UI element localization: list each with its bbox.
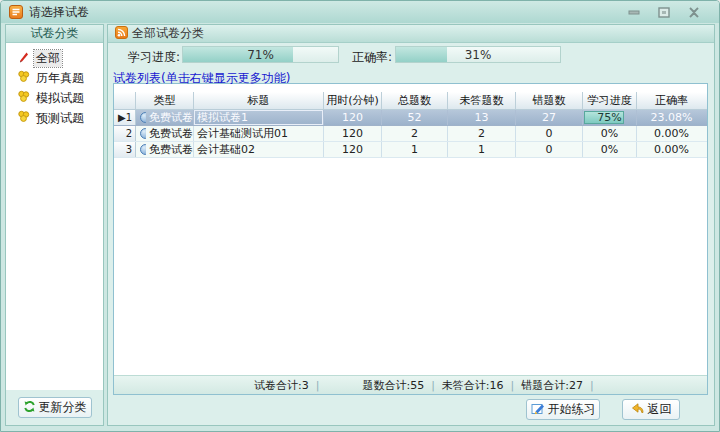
unanswered-cell: 13	[448, 110, 516, 125]
main-body: 学习进度: 71% 正确率: 31% 试卷列表(单击右键显示更多功能)	[108, 43, 714, 425]
paper-ball-icon	[140, 128, 146, 139]
sidebar-footer: 更新分类	[6, 390, 103, 425]
column-header-title[interactable]: 标题	[194, 92, 324, 109]
total-unanswered-summary: 未答合计:16	[442, 378, 504, 393]
main-panel: 全部试卷分类 学习进度: 71% 正确率: 31% 试卷列表(单击右键显示更多功…	[107, 24, 715, 426]
sidebar-header: 试卷分类	[6, 25, 103, 43]
total-questions-summary: 题数合计:55	[362, 378, 424, 393]
window-controls	[627, 6, 701, 18]
summary-divider: |	[511, 379, 515, 392]
wrong-count-cell: 0	[516, 126, 583, 141]
paper-ball-icon	[140, 112, 146, 123]
progress-cell: 75%	[583, 110, 637, 125]
back-button[interactable]: 返回	[622, 399, 680, 420]
sidebar-item-past-papers[interactable]: 历年真题	[6, 68, 103, 88]
table-row[interactable]: 2 免费试卷 会计基础测试用01 120 2 2 0 0% 0.00%	[114, 126, 707, 142]
study-progress-value: 71%	[183, 48, 338, 62]
maximize-icon[interactable]	[657, 6, 671, 18]
main-header-title: 全部试卷分类	[132, 25, 204, 42]
wrong-count-cell: 27	[516, 110, 583, 125]
column-header-unanswered[interactable]: 未答题数	[448, 92, 516, 109]
sidebar-item-all[interactable]: 全部	[6, 48, 103, 68]
accuracy-bar: 31%	[395, 46, 561, 63]
summary-divider: |	[431, 379, 435, 392]
progress-cell: 0%	[583, 142, 637, 157]
select-paper-dialog: 请选择试卷 试卷分类 全部	[0, 0, 720, 432]
paper-list-title: 试卷列表(单击右键显示更多功能)	[113, 70, 290, 87]
paper-ball-icon	[140, 144, 146, 155]
sidebar-item-label: 全部	[34, 50, 62, 67]
total-questions-cell: 1	[382, 142, 448, 157]
category-clover-icon	[17, 90, 30, 106]
wrong-count-cell: 0	[516, 142, 583, 157]
unanswered-cell: 2	[448, 126, 516, 141]
column-header-duration[interactable]: 用时(分钟)	[324, 92, 382, 109]
paper-table: 类型 标题 用时(分钟) 总题数 未答题数 错题数 学习进度 正确率 ▶1	[114, 92, 707, 158]
rss-icon	[115, 26, 128, 42]
sidebar-item-label: 模拟试题	[34, 90, 86, 107]
duration-cell: 120	[324, 142, 382, 157]
column-header-wrong[interactable]: 错题数	[516, 92, 583, 109]
paper-type-cell: 免费试卷	[136, 142, 194, 157]
study-progress-bar: 71%	[182, 46, 339, 63]
duration-cell: 120	[324, 110, 382, 125]
start-practice-button[interactable]: 开始练习	[526, 399, 600, 420]
total-wrong-summary: 错题合计:27	[521, 378, 583, 393]
column-header-total[interactable]: 总题数	[382, 92, 448, 109]
update-category-label: 更新分类	[39, 399, 87, 416]
row-selector[interactable]: 2	[114, 126, 136, 141]
paper-title-cell: 会计基础测试用01	[194, 126, 324, 141]
study-progress-label: 学习进度:	[128, 49, 180, 66]
category-clover-icon	[17, 70, 30, 86]
summary-divider: |	[316, 379, 320, 392]
app-icon	[9, 5, 23, 19]
titlebar[interactable]: 请选择试卷	[1, 1, 719, 23]
row-selector[interactable]: ▶1	[114, 110, 136, 125]
dialog-content: 试卷分类 全部 历年真题	[5, 24, 715, 426]
total-questions-cell: 52	[382, 110, 448, 125]
summary-divider: |	[590, 379, 594, 392]
back-label: 返回	[648, 401, 672, 418]
close-icon[interactable]	[687, 6, 701, 18]
red-pen-icon	[17, 50, 30, 66]
paper-list-groupbox: 类型 标题 用时(分钟) 总题数 未答题数 错题数 学习进度 正确率 ▶1	[113, 83, 708, 395]
minimize-icon[interactable]	[627, 6, 641, 18]
unanswered-cell: 1	[448, 142, 516, 157]
category-clover-icon	[17, 110, 30, 126]
accuracy-cell: 0.00%	[637, 142, 706, 157]
main-header: 全部试卷分类	[108, 25, 714, 43]
total-papers-summary: 试卷合计:3	[254, 378, 309, 393]
update-category-button[interactable]: 更新分类	[18, 397, 92, 418]
accuracy-label: 正确率:	[352, 49, 392, 66]
column-header-type[interactable]: 类型	[136, 92, 194, 109]
total-questions-cell: 2	[382, 126, 448, 141]
table-row[interactable]: 3 免费试卷 会计基础02 120 1 1 0 0% 0.00%	[114, 142, 707, 158]
accuracy-value: 31%	[396, 48, 560, 62]
paper-title-cell: 会计基础02	[194, 142, 324, 157]
category-list: 全部 历年真题 模拟试题	[6, 43, 103, 390]
sidebar-item-label: 预测试题	[34, 110, 86, 127]
current-row-marker-icon: ▶	[118, 112, 126, 123]
table-header-row: 类型 标题 用时(分钟) 总题数 未答题数 错题数 学习进度 正确率	[114, 92, 707, 110]
paper-type-cell: 免费试卷	[136, 110, 194, 125]
table-row[interactable]: ▶1 免费试卷 模拟试卷1 120 52 13 27	[114, 110, 707, 126]
column-header-accuracy[interactable]: 正确率	[637, 92, 706, 109]
edit-pencil-icon	[531, 402, 545, 418]
row-selector[interactable]: 3	[114, 142, 136, 157]
window-title: 请选择试卷	[29, 4, 89, 21]
back-arrow-icon	[631, 402, 645, 417]
paper-title-cell: 模拟试卷1	[194, 110, 324, 125]
start-practice-label: 开始练习	[548, 401, 596, 418]
progress-cell: 0%	[583, 126, 637, 141]
paper-type-cell: 免费试卷	[136, 126, 194, 141]
category-sidebar: 试卷分类 全部 历年真题	[5, 24, 104, 426]
column-header-progress[interactable]: 学习进度	[583, 92, 637, 109]
row-selector-header	[114, 92, 136, 109]
sidebar-item-mock-papers[interactable]: 模拟试题	[6, 88, 103, 108]
duration-cell: 120	[324, 126, 382, 141]
summary-bar: 试卷合计:3| 题数合计:55| 未答合计:16| 错题合计:27|	[114, 375, 707, 394]
accuracy-cell: 0.00%	[637, 126, 706, 141]
refresh-icon	[23, 400, 36, 416]
sidebar-item-predict-papers[interactable]: 预测试题	[6, 108, 103, 128]
accuracy-cell: 23.08%	[637, 110, 706, 125]
